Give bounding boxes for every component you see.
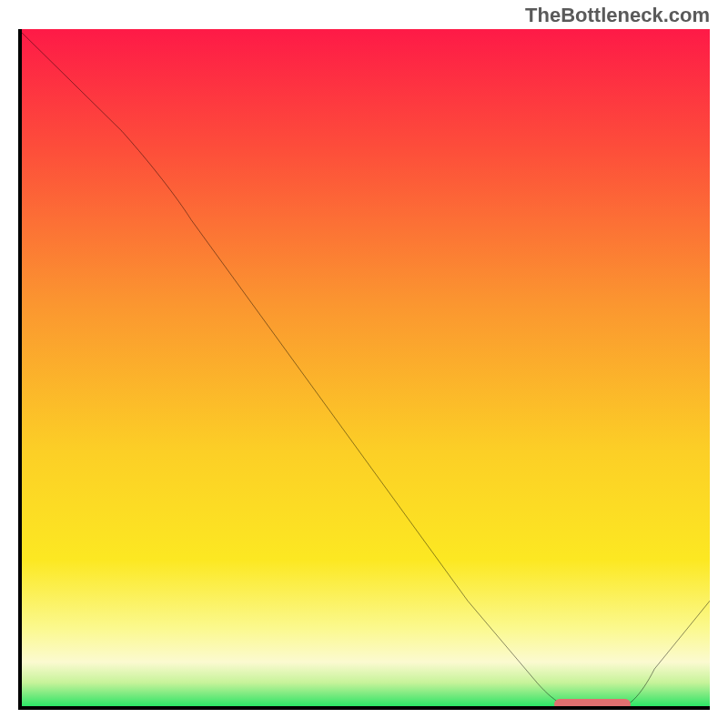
curve-path bbox=[18, 29, 710, 710]
chart-frame: TheBottleneck.com bbox=[0, 0, 728, 728]
watermark-text: TheBottleneck.com bbox=[525, 5, 710, 25]
y-axis bbox=[18, 29, 22, 710]
bottleneck-curve bbox=[18, 29, 710, 710]
plot-area bbox=[18, 29, 710, 710]
x-axis bbox=[18, 706, 710, 710]
